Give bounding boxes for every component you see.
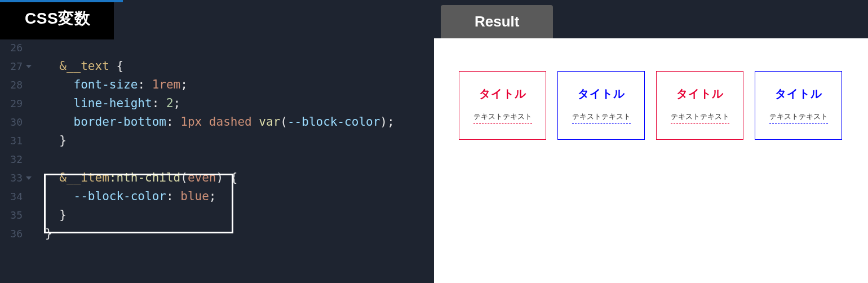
tab-css-variables[interactable]: CSS変数 xyxy=(0,0,114,39)
card-text: テキストテキスト xyxy=(769,112,828,124)
code-line: } xyxy=(25,131,67,150)
code-editor-pane: CSS変数 26 27 &__text { 28 font-size: 1rem… xyxy=(0,0,434,283)
line-number: 27 xyxy=(0,57,25,76)
line-number: 35 xyxy=(0,206,25,224)
result-card: タイトル テキストテキスト xyxy=(557,71,645,140)
code-line: &__text { xyxy=(25,57,123,76)
code-line: line-height: 2; xyxy=(25,94,180,113)
line-number: 30 xyxy=(0,113,25,131)
result-viewport: タイトル テキストテキスト タイトル テキストテキスト タイトル テキストテキス… xyxy=(434,38,868,283)
result-pane: Result タイトル テキストテキスト タイトル テキストテキスト タイトル … xyxy=(434,0,868,283)
result-card: タイトル テキストテキスト xyxy=(755,71,842,140)
card-title: タイトル xyxy=(775,86,822,101)
card-text: テキストテキスト xyxy=(572,112,631,124)
line-number: 33 xyxy=(0,169,25,187)
line-number: 28 xyxy=(0,76,25,94)
fold-icon[interactable] xyxy=(26,176,32,180)
line-number: 26 xyxy=(0,38,25,57)
line-number: 29 xyxy=(0,94,25,113)
line-number: 34 xyxy=(0,187,25,206)
line-number: 32 xyxy=(0,150,25,169)
tab-result[interactable]: Result xyxy=(441,5,553,38)
code-line: --block-color: blue; xyxy=(25,187,216,206)
card-text: テキストテキスト xyxy=(473,112,532,124)
code-line: border-bottom: 1px dashed var(--block-co… xyxy=(25,113,395,131)
code-line: } xyxy=(25,224,52,243)
fold-icon[interactable] xyxy=(26,65,32,68)
code-line: font-size: 1rem; xyxy=(25,76,188,94)
tab-accent xyxy=(0,0,123,2)
card-title: タイトル xyxy=(676,86,724,101)
result-card: タイトル テキストテキスト xyxy=(459,71,546,140)
code-editor[interactable]: 26 27 &__text { 28 font-size: 1rem; 29 l… xyxy=(0,38,434,243)
tab-bar: CSS変数 xyxy=(0,0,434,38)
card-title: タイトル xyxy=(479,86,526,101)
result-card: タイトル テキストテキスト xyxy=(656,71,743,140)
code-line: } xyxy=(25,206,67,224)
line-number: 36 xyxy=(0,224,25,243)
line-number: 31 xyxy=(0,131,25,150)
code-line: &__item:nth-child(even) { xyxy=(25,169,237,187)
card-title: タイトル xyxy=(578,86,625,101)
card-text: テキストテキスト xyxy=(671,112,729,124)
result-tab-bar: Result xyxy=(434,0,868,38)
